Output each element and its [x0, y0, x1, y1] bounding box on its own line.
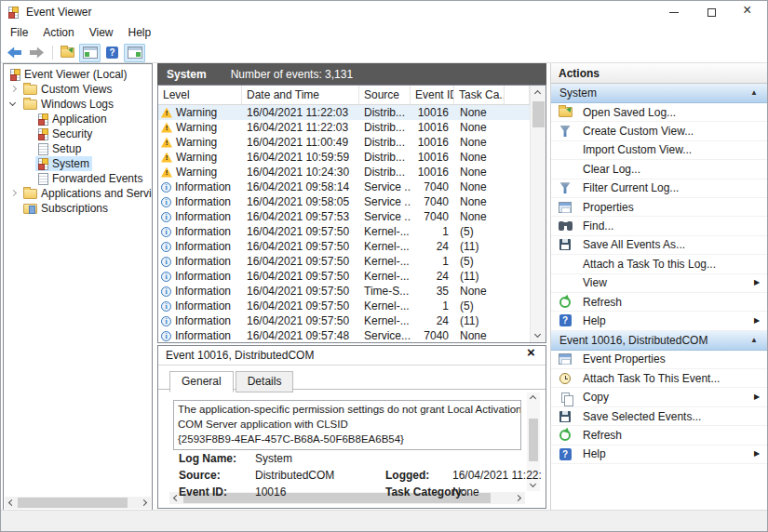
event-row[interactable]: Warning16/04/2021 10:24:30Distrib...1001…: [158, 165, 530, 180]
vscroll-track[interactable]: [531, 100, 546, 328]
show-action-pane-button[interactable]: [124, 44, 145, 62]
date-cell: 16/04/2021 11:22:03: [242, 106, 359, 119]
tab-details[interactable]: Details: [236, 371, 294, 392]
tree-item-custom-views[interactable]: Custom Views: [4, 82, 152, 97]
action-attach-task-to-this-event[interactable]: Attach Task To This Event...: [551, 369, 768, 388]
action-import-custom-view[interactable]: Import Custom View...: [551, 141, 768, 160]
preview-vscroll-thumb[interactable]: [529, 419, 538, 461]
tree-item-event-viewer-local[interactable]: Event Viewer (Local): [4, 67, 152, 82]
event-row[interactable]: Warning16/04/2021 11:22:03Distrib...1001…: [158, 120, 530, 135]
log-name-label: Log Name:: [179, 452, 236, 465]
event-id-cell: 24: [411, 314, 454, 327]
event-row[interactable]: Information16/04/2021 09:57:48Service...…: [158, 328, 530, 342]
level-text: Information: [175, 240, 231, 253]
action-event-properties[interactable]: Event Properties: [551, 351, 768, 369]
event-row[interactable]: Information16/04/2021 09:57:50Kernel-...…: [158, 299, 530, 313]
source-value: DistributedCOM: [255, 469, 334, 482]
actions-section-event-10016-distributedcom[interactable]: Event 10016, DistributedCOM: [551, 331, 768, 351]
column-header-date-and-time[interactable]: Date and Time: [242, 86, 359, 104]
twisty-collapsed-icon[interactable]: [7, 188, 20, 199]
action-label: Save All Events As...: [583, 238, 768, 251]
maximize-button[interactable]: [693, 1, 730, 23]
column-header-task-ca[interactable]: Task Ca...: [454, 86, 505, 104]
task-category-cell: (11): [454, 240, 505, 253]
action-copy[interactable]: Copy: [551, 388, 768, 406]
actions-section-system[interactable]: System: [551, 84, 768, 103]
action-label: Open Saved Log...: [583, 106, 768, 119]
back-button[interactable]: [4, 44, 25, 62]
twisty-collapsed-icon[interactable]: [7, 84, 20, 95]
tree-hscrollbar[interactable]: [5, 497, 151, 509]
close-preview-button[interactable]: [525, 349, 538, 362]
event-row[interactable]: Information16/04/2021 09:57:50Kernel-...…: [158, 313, 530, 328]
event-description[interactable]: The application-specific permission sett…: [173, 400, 521, 450]
action-icon-slot: [557, 107, 573, 117]
tree-item-windows-logs[interactable]: Windows Logs: [4, 97, 152, 112]
event-row[interactable]: Information16/04/2021 09:57:50Kernel-...…: [158, 269, 530, 284]
tree-scroll-right-button[interactable]: [139, 497, 151, 509]
vscroll-thumb[interactable]: [532, 101, 545, 127]
tree-item-security[interactable]: Security: [4, 126, 152, 141]
tab-general[interactable]: General: [169, 371, 234, 392]
preview-scroll-up-button[interactable]: [526, 392, 542, 404]
event-row[interactable]: Information16/04/2021 09:57:50Kernel-...…: [158, 239, 530, 254]
scroll-down-button[interactable]: [531, 328, 546, 342]
menu-view[interactable]: View: [82, 23, 121, 43]
tree-item-forwarded-events[interactable]: Forwarded Events: [4, 171, 152, 186]
action-save-selected-events[interactable]: Save Selected Events...: [551, 407, 768, 426]
help-button[interactable]: [101, 44, 123, 62]
column-header-source[interactable]: Source: [359, 86, 411, 104]
action-find[interactable]: Find...: [551, 217, 768, 235]
show-console-tree-button[interactable]: [79, 44, 101, 62]
tree-item-applications-and-services-log[interactable]: Applications and Services Log: [4, 186, 152, 201]
action-save-all-events-as[interactable]: Save All Events As...: [551, 236, 768, 255]
event-row[interactable]: Information16/04/2021 09:58:14Service ..…: [158, 180, 530, 194]
event-row[interactable]: Warning16/04/2021 11:22:03Distrib...1001…: [158, 105, 530, 120]
log-header-bar: System Number of events: 3,131: [157, 63, 546, 85]
column-header-event-id[interactable]: Event ID: [411, 86, 454, 104]
action-refresh[interactable]: Refresh: [551, 293, 768, 312]
event-row[interactable]: Information16/04/2021 09:57:53Service ..…: [158, 209, 530, 224]
event-row[interactable]: Warning16/04/2021 10:59:59Distrib...1001…: [158, 150, 530, 165]
event-row[interactable]: Information16/04/2021 09:57:50Time-S...3…: [158, 284, 530, 299]
action-view[interactable]: View: [551, 274, 768, 293]
action-create-custom-view[interactable]: Create Custom View...: [551, 122, 768, 140]
action-refresh[interactable]: Refresh: [551, 426, 768, 445]
event-row[interactable]: Information16/04/2021 09:58:05Service ..…: [158, 194, 530, 209]
tree-hscroll-track[interactable]: [17, 497, 139, 509]
event-row[interactable]: Information16/04/2021 09:57:50Kernel-...…: [158, 254, 530, 269]
action-properties[interactable]: Properties: [551, 198, 768, 217]
event-id-cell: 10016: [411, 166, 454, 179]
column-header-level[interactable]: Level: [158, 86, 242, 104]
tree-item-application[interactable]: Application: [4, 112, 152, 126]
information-icon: [161, 286, 171, 297]
tree-scroll-left-button[interactable]: [5, 497, 17, 509]
close-button[interactable]: [730, 1, 767, 23]
event-row[interactable]: Information16/04/2021 09:57:50Kernel-...…: [158, 224, 530, 239]
action-help[interactable]: Help: [551, 446, 768, 464]
twisty-expanded-icon[interactable]: [7, 99, 20, 110]
action-filter-current-log[interactable]: Filter Current Log...: [551, 180, 768, 198]
event-list-vscrollbar[interactable]: [530, 86, 546, 342]
open-saved-log-button[interactable]: [57, 44, 78, 62]
menu-help[interactable]: Help: [121, 23, 159, 43]
action-clear-log[interactable]: Clear Log...: [551, 160, 768, 179]
action-open-saved-log[interactable]: Open Saved Log...: [551, 103, 768, 122]
scroll-up-button[interactable]: [531, 86, 546, 100]
forward-button[interactable]: [26, 44, 47, 62]
task-icon: [559, 373, 571, 384]
action-label: View: [583, 276, 754, 289]
tree-item-subscriptions[interactable]: Subscriptions: [4, 201, 152, 216]
action-help[interactable]: Help: [551, 312, 768, 330]
action-attach-a-task-to-this-log[interactable]: Attach a Task To this Log...: [551, 255, 768, 273]
tree-hscroll-thumb[interactable]: [18, 498, 128, 508]
menu-action[interactable]: Action: [35, 23, 81, 43]
minimize-button[interactable]: [655, 1, 693, 23]
menu-file[interactable]: File: [3, 23, 35, 43]
preview-scroll-right-button[interactable]: [513, 492, 525, 504]
preview-title: Event 10016, DistributedCOM: [166, 349, 525, 362]
tree-item-system[interactable]: System: [4, 156, 152, 171]
tree-item-setup[interactable]: Setup: [4, 141, 152, 156]
event-row[interactable]: Warning16/04/2021 11:00:49Distrib...1001…: [158, 135, 530, 150]
console-tree-panel: Event Viewer (Local)Custom ViewsWindows …: [3, 63, 153, 511]
